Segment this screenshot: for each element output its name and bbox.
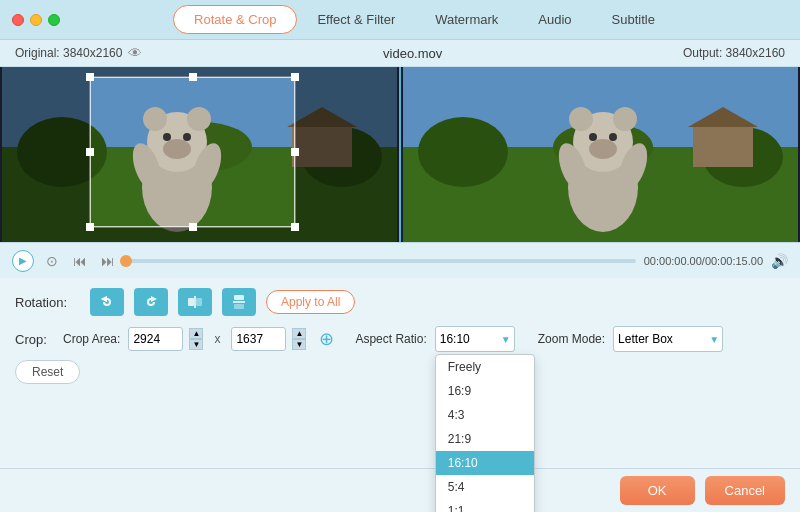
crop-height-stepper[interactable]: ▲ ▼ — [292, 328, 306, 350]
zoom-mode-container: Letter Box Pan & Scan Full ▼ — [613, 326, 723, 352]
svg-rect-48 — [196, 298, 202, 306]
aspect-option-5-4[interactable]: 5:4 — [436, 475, 534, 499]
tab-subtitle[interactable]: Subtitle — [592, 6, 675, 33]
svg-point-43 — [589, 133, 597, 141]
video-preview-right — [403, 67, 798, 242]
tab-rotate-crop[interactable]: Rotate & Crop — [173, 5, 297, 34]
crop-width-up[interactable]: ▲ — [189, 328, 203, 339]
preview-area — [0, 67, 800, 242]
svg-point-41 — [613, 107, 637, 131]
svg-rect-28 — [189, 223, 197, 231]
svg-rect-27 — [86, 223, 94, 231]
svg-rect-22 — [86, 73, 94, 81]
preview-right — [401, 67, 800, 242]
aspect-option-21-9[interactable]: 21:9 — [436, 427, 534, 451]
crop-height-input[interactable] — [231, 327, 286, 351]
flip-horizontal-button[interactable] — [178, 288, 212, 316]
filename: video.mov — [142, 46, 682, 61]
svg-rect-25 — [86, 148, 94, 156]
zoom-mode-select[interactable]: Letter Box Pan & Scan Full — [613, 326, 723, 352]
crop-width-down[interactable]: ▼ — [189, 339, 203, 350]
controls-area: Rotation: Apply to — [0, 278, 800, 392]
svg-rect-50 — [234, 295, 244, 300]
crop-row: Crop: Crop Area: ▲ ▼ x ▲ ▼ ⊕ Aspect Rati… — [15, 326, 785, 352]
dimension-separator: x — [214, 332, 220, 346]
svg-rect-23 — [189, 73, 197, 81]
titlebar: Rotate & Crop Effect & Filter Watermark … — [0, 0, 800, 40]
rotate-right-button[interactable] — [134, 288, 168, 316]
info-bar: Original: 3840x2160 👁 video.mov Output: … — [0, 40, 800, 67]
svg-point-33 — [418, 117, 508, 187]
crop-width-input[interactable] — [128, 327, 183, 351]
video-preview-left — [2, 67, 397, 242]
crop-height-up[interactable]: ▲ — [292, 328, 306, 339]
svg-rect-26 — [291, 148, 299, 156]
flip-vertical-button[interactable] — [222, 288, 256, 316]
progress-track[interactable] — [126, 259, 636, 263]
svg-point-40 — [569, 107, 593, 131]
traffic-lights — [12, 14, 60, 26]
svg-rect-17 — [90, 77, 295, 227]
crop-label: Crop: — [15, 332, 55, 347]
rotation-row: Rotation: Apply to — [15, 288, 785, 316]
playback-bar: ▶ ⊙ ⏮ ⏭ 00:00:00.00/00:00:15.00 🔊 — [0, 242, 800, 278]
tab-audio[interactable]: Audio — [518, 6, 591, 33]
cancel-button[interactable]: Cancel — [705, 476, 785, 505]
svg-rect-24 — [291, 73, 299, 81]
preview-left — [0, 67, 401, 242]
close-button[interactable] — [12, 14, 24, 26]
rotation-label: Rotation: — [15, 295, 80, 310]
tab-watermark[interactable]: Watermark — [415, 6, 518, 33]
aspect-option-freely[interactable]: Freely — [436, 355, 534, 379]
aspect-option-1-1[interactable]: 1:1 — [436, 499, 534, 512]
center-crop-icon[interactable]: ⊕ — [319, 328, 334, 350]
play-button[interactable]: ▶ — [12, 250, 34, 272]
aspect-option-4-3[interactable]: 4:3 — [436, 403, 534, 427]
bottom-bar: OK Cancel — [0, 468, 800, 512]
aspect-ratio-select[interactable]: Freely 16:9 4:3 21:9 16:10 5:4 1:1 9:16 — [435, 326, 515, 352]
crop-width-stepper[interactable]: ▲ ▼ — [189, 328, 203, 350]
svg-rect-19 — [295, 67, 397, 242]
progress-thumb[interactable] — [120, 255, 132, 267]
volume-icon[interactable]: 🔊 — [771, 253, 788, 269]
aspect-ratio-container: Freely 16:9 4:3 21:9 16:10 5:4 1:1 9:16 … — [435, 326, 515, 352]
aspect-ratio-label: Aspect Ratio: — [355, 332, 426, 346]
next-frame-button[interactable]: ⏭ — [98, 251, 118, 271]
minimize-button[interactable] — [30, 14, 42, 26]
reset-button[interactable]: Reset — [15, 360, 80, 384]
svg-point-42 — [589, 139, 617, 159]
original-resolution: Original: 3840x2160 — [15, 46, 122, 60]
eye-icon[interactable]: 👁 — [128, 45, 142, 61]
output-resolution: Output: 3840x2160 — [683, 46, 785, 60]
crop-height-down[interactable]: ▼ — [292, 339, 306, 350]
prev-frame-button[interactable]: ⏮ — [70, 251, 90, 271]
svg-rect-18 — [2, 67, 90, 242]
svg-point-44 — [609, 133, 617, 141]
svg-rect-47 — [188, 298, 194, 306]
aspect-ratio-popup: Freely 16:9 4:3 21:9 16:10 5:4 1:1 9:16 — [435, 354, 535, 512]
zoom-mode-label: Zoom Mode: — [538, 332, 605, 346]
time-display: 00:00:00.00/00:00:15.00 — [644, 255, 763, 267]
rotate-left-button[interactable] — [90, 288, 124, 316]
aspect-option-16-9[interactable]: 16:9 — [436, 379, 534, 403]
apply-to-all-button[interactable]: Apply to All — [266, 290, 355, 314]
ok-button[interactable]: OK — [620, 476, 695, 505]
aspect-option-16-10[interactable]: 16:10 — [436, 451, 534, 475]
svg-rect-51 — [234, 304, 244, 309]
maximize-button[interactable] — [48, 14, 60, 26]
tab-bar: Rotate & Crop Effect & Filter Watermark … — [60, 0, 788, 40]
stop-button[interactable]: ⊙ — [42, 251, 62, 271]
crop-area-label: Crop Area: — [63, 332, 120, 346]
tab-effect-filter[interactable]: Effect & Filter — [297, 6, 415, 33]
svg-rect-29 — [291, 223, 299, 231]
svg-rect-36 — [693, 127, 753, 167]
